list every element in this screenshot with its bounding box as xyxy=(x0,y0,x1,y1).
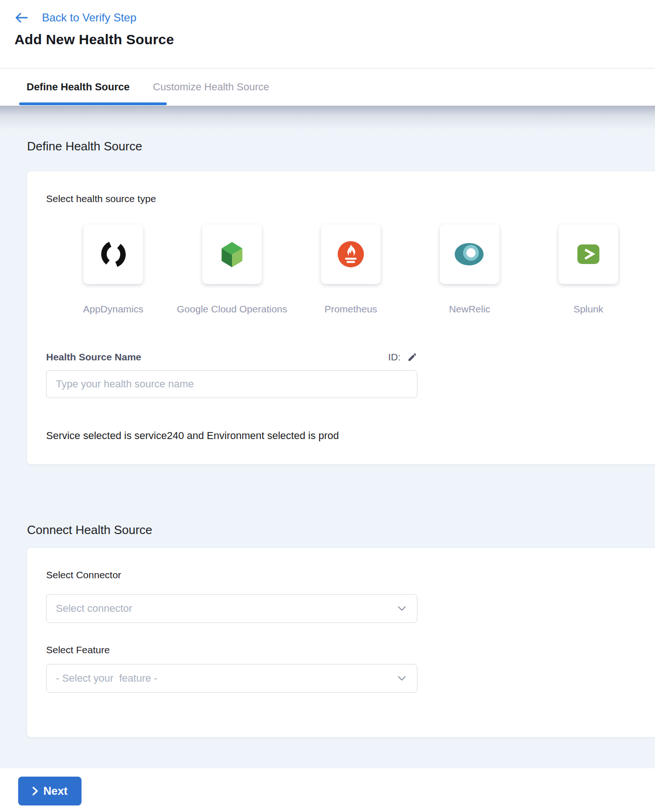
source-option-splunk: Splunk xyxy=(559,224,618,315)
newrelic-icon xyxy=(454,242,485,266)
health-source-name-label: Health Source Name xyxy=(46,352,141,363)
source-option-appdynamics: AppDynamics xyxy=(83,224,143,315)
health-source-name-row: Health Source Name ID: xyxy=(46,352,417,363)
define-section-heading: Define Health Source xyxy=(27,106,655,154)
source-option-prometheus: Prometheus xyxy=(321,224,381,315)
chevron-down-icon xyxy=(398,676,406,681)
health-source-type-list: AppDynamics Google Cloud Operations xyxy=(83,224,655,315)
tab-customize-health-source[interactable]: Customize Health Source xyxy=(153,81,269,93)
connector-select[interactable]: Select connector xyxy=(46,594,417,623)
source-label: Google Cloud Operations xyxy=(177,304,287,315)
select-connector-label: Select Connector xyxy=(46,569,655,581)
back-to-verify-link[interactable]: Back to Verify Step xyxy=(14,11,641,24)
appdynamics-tile[interactable] xyxy=(83,224,143,284)
google-cloud-operations-icon xyxy=(218,240,246,269)
active-tab-indicator xyxy=(19,102,167,105)
wizard-tabbar: Define Health Source Customize Health So… xyxy=(0,68,655,106)
splunk-icon xyxy=(575,241,601,267)
source-option-google-cloud-operations: Google Cloud Operations xyxy=(202,224,262,315)
connector-select-value: Select connector xyxy=(56,602,132,615)
prometheus-icon xyxy=(337,240,365,268)
health-source-name-input[interactable] xyxy=(46,370,417,398)
next-button-label: Next xyxy=(43,785,68,798)
define-health-source-card: Select health source type AppDynamics xyxy=(27,171,655,464)
source-label: NewRelic xyxy=(449,304,491,315)
page-title: Add New Health Source xyxy=(14,32,641,47)
connect-health-source-card: Select Connector Select connector Select… xyxy=(27,548,655,737)
splunk-tile[interactable] xyxy=(559,224,618,284)
back-link-label: Back to Verify Step xyxy=(42,11,136,24)
edit-pencil-icon[interactable] xyxy=(407,352,417,362)
newrelic-tile[interactable] xyxy=(440,224,499,284)
source-label: Prometheus xyxy=(324,304,377,315)
prometheus-tile[interactable] xyxy=(321,224,381,284)
feature-select-value: - Select your feature - xyxy=(56,672,157,684)
chevron-down-icon xyxy=(398,606,406,611)
connect-section-heading: Connect Health Source xyxy=(27,523,655,537)
source-option-newrelic: NewRelic xyxy=(440,224,499,315)
source-label: Splunk xyxy=(573,304,603,315)
appdynamics-icon xyxy=(100,241,127,268)
google-cloud-operations-tile[interactable] xyxy=(202,224,262,284)
wizard-footer: Next xyxy=(0,768,655,812)
tab-define-health-source[interactable]: Define Health Source xyxy=(27,81,130,93)
select-feature-label: Select Feature xyxy=(46,644,655,656)
back-arrow-icon xyxy=(14,12,28,24)
id-label: ID: xyxy=(388,352,401,363)
wizard-content: Define Health Source Select health sourc… xyxy=(0,106,655,768)
page-header: Back to Verify Step Add New Health Sourc… xyxy=(0,0,655,68)
source-label: AppDynamics xyxy=(83,304,143,315)
select-type-label: Select health source type xyxy=(46,193,655,204)
next-button[interactable]: Next xyxy=(18,777,82,805)
feature-select[interactable]: - Select your feature - xyxy=(46,664,417,693)
id-edit-group: ID: xyxy=(388,352,417,363)
service-environment-note: Service selected is service240 and Envir… xyxy=(46,430,655,442)
chevron-right-icon xyxy=(32,786,38,796)
